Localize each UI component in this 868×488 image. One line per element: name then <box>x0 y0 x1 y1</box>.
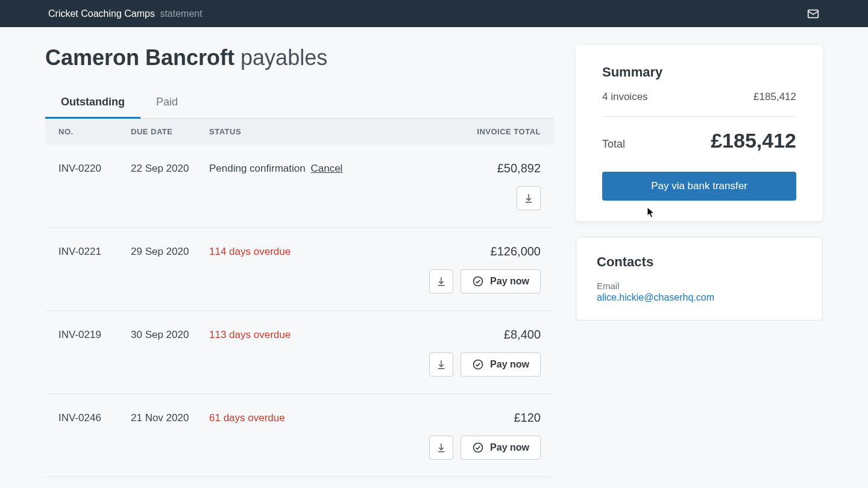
table-header: NO. DUE DATE STATUS INVOICE TOTAL <box>45 119 554 145</box>
svg-point-2 <box>474 360 483 369</box>
col-status: STATUS <box>209 127 420 136</box>
page-title-name: Cameron Bancroft <box>45 45 234 70</box>
contacts-title: Contacts <box>597 254 802 270</box>
invoice-table: NO. DUE DATE STATUS INVOICE TOTAL INV-02… <box>45 119 554 477</box>
pay-now-label: Pay now <box>490 359 529 370</box>
pay-now-label: Pay now <box>490 276 529 287</box>
col-due: DUE DATE <box>131 127 209 136</box>
tabs: OutstandingPaid <box>45 87 554 119</box>
brand-name: Cricket Coaching Camps <box>48 8 155 19</box>
main-content: Cameron Bancroft payables OutstandingPai… <box>45 45 554 477</box>
pay-now-button[interactable]: Pay now <box>461 436 541 460</box>
download-icon <box>436 442 447 453</box>
topbar: Cricket Coaching Camps statement <box>0 0 868 27</box>
check-circle-icon <box>472 358 484 371</box>
contact-email-label: Email <box>597 281 802 291</box>
invoice-total: £120 <box>420 411 541 425</box>
invoice-due: 22 Sep 2020 <box>131 163 209 175</box>
table-row: INV-021930 Sep 2020113 days overdue£8,40… <box>45 311 554 394</box>
brand-suffix: statement <box>160 8 202 19</box>
tab-outstanding[interactable]: Outstanding <box>45 87 140 118</box>
cancel-link[interactable]: Cancel <box>310 163 342 174</box>
pay-now-label: Pay now <box>490 442 529 453</box>
tab-paid[interactable]: Paid <box>140 87 193 118</box>
summary-title: Summary <box>602 64 796 80</box>
pay-now-button[interactable]: Pay now <box>461 269 541 293</box>
invoice-no: INV-0221 <box>58 246 131 258</box>
invoice-due: 29 Sep 2020 <box>131 246 209 258</box>
pay-now-button[interactable]: Pay now <box>461 352 541 377</box>
invoice-no: INV-0220 <box>58 163 131 175</box>
col-total: INVOICE TOTAL <box>420 127 541 136</box>
invoice-total: £126,000 <box>420 245 541 258</box>
topbar-title: Cricket Coaching Camps statement <box>48 8 203 19</box>
invoice-status: 61 days overdue <box>209 412 420 424</box>
download-button[interactable] <box>429 436 453 460</box>
summary-subtotal: £185,412 <box>753 91 796 103</box>
summary-count: 4 invoices <box>602 91 648 103</box>
invoice-status: Pending confirmation Cancel <box>209 163 420 175</box>
download-icon <box>436 276 447 287</box>
svg-point-3 <box>474 443 483 452</box>
invoice-status: 113 days overdue <box>209 329 420 341</box>
contacts-card: Contacts Email alice.hickie@chaserhq.com <box>576 237 823 321</box>
download-button[interactable] <box>517 186 541 210</box>
download-icon <box>436 359 447 370</box>
table-row: INV-024621 Nov 202061 days overdue£120Pa… <box>45 394 554 477</box>
summary-total-label: Total <box>602 138 625 151</box>
download-icon <box>523 193 534 204</box>
invoice-due: 21 Nov 2020 <box>131 412 209 424</box>
svg-point-1 <box>474 277 483 286</box>
invoice-status: 114 days overdue <box>209 246 420 258</box>
divider <box>602 116 796 117</box>
contact-email-link[interactable]: alice.hickie@chaserhq.com <box>597 292 714 302</box>
table-row: INV-022022 Sep 2020Pending confirmation … <box>45 145 554 228</box>
check-circle-icon <box>472 442 484 454</box>
col-no: NO. <box>58 127 131 136</box>
sidebar: Summary 4 invoices £185,412 Total £185,4… <box>576 45 823 336</box>
summary-card: Summary 4 invoices £185,412 Total £185,4… <box>576 45 823 221</box>
table-row: INV-022129 Sep 2020114 days overdue£126,… <box>45 228 554 311</box>
invoice-no: INV-0219 <box>58 329 131 341</box>
page-title-suffix: payables <box>241 45 327 70</box>
mail-icon[interactable] <box>807 7 820 20</box>
invoice-total: £50,892 <box>420 161 541 175</box>
invoice-no: INV-0246 <box>58 412 131 424</box>
summary-total-amount: £185,412 <box>711 129 796 152</box>
invoice-total: £8,400 <box>420 328 541 342</box>
page-title: Cameron Bancroft payables <box>45 45 554 70</box>
check-circle-icon <box>472 275 484 287</box>
invoice-due: 30 Sep 2020 <box>131 329 209 341</box>
pay-via-bank-button[interactable]: Pay via bank transfer <box>602 172 796 201</box>
download-button[interactable] <box>429 352 453 377</box>
download-button[interactable] <box>429 269 453 293</box>
